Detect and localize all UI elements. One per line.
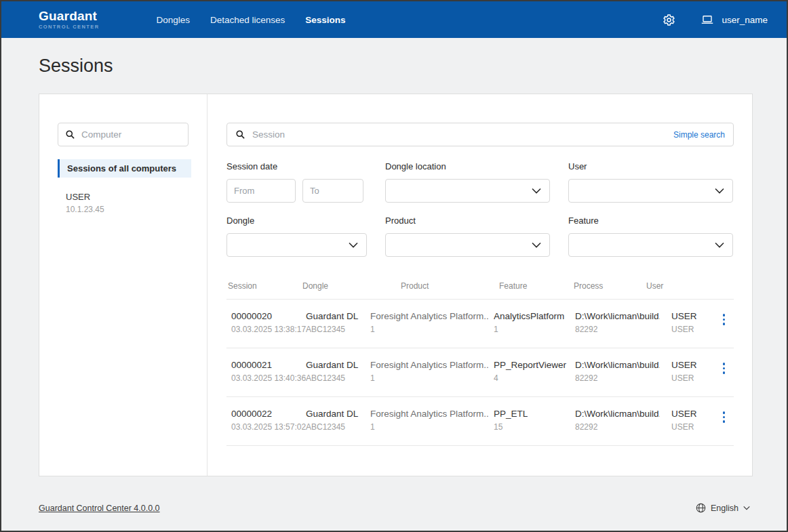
user-name: USER [671,409,714,419]
page-title: Sessions [39,56,787,77]
feature-number: 15 [494,422,571,432]
sidebar-item-computer[interactable]: USER 10.1.23.45 [66,192,207,214]
table-header: Session Dongle Product Feature Process U… [226,274,734,300]
row-menu-button[interactable] [714,311,734,325]
chevron-down-icon [532,188,541,194]
nav-item-detached-licenses[interactable]: Detached licenses [210,15,285,25]
filter-product: Product [385,216,550,257]
language-selector[interactable]: English [696,503,750,513]
language-label: English [711,504,738,513]
dongle-model: Guardant DL [306,360,367,370]
user-name: USER [671,360,714,370]
top-nav: Guardant CONTROL CENTER Dongles Detached… [1,1,787,38]
column-header-dongle: Dongle [302,281,367,291]
version-link[interactable]: Guardant Control Center 4.0.0.0 [39,504,160,513]
session-date: 03.03.2025 13:38:17 [231,325,302,334]
filter-label: User [568,161,733,171]
session-id: 00000022 [231,409,302,419]
sessions-table: Session Dongle Product Feature Process U… [226,274,734,446]
column-header-session: Session [226,281,302,291]
search-icon [65,129,75,140]
product-number: 1 [370,325,490,334]
product-name: Foresight Analytics Platform.. [370,360,490,370]
dongle-location-select[interactable] [385,179,550,203]
user-name-label: user_name [722,15,768,25]
chevron-down-icon [743,506,750,510]
product-number: 1 [370,422,490,432]
process-path: D:\Work\licman\build... [575,311,660,321]
nav-item-sessions[interactable]: Sessions [305,15,345,25]
session-id: 00000020 [231,311,302,321]
session-search-box[interactable]: Simple search [226,123,734,146]
computers-sidebar: Sessions of all computers USER 10.1.23.4… [39,94,208,476]
row-menu-button[interactable] [714,409,734,423]
computer-ip: 10.1.23.45 [66,205,207,214]
filter-label: Feature [568,216,733,226]
process-path: D:\Work\licman\build... [575,409,660,419]
brand-title: Guardant [39,9,99,22]
table-row: 0000002203.03.2025 13:57:02 Guardant DLA… [226,397,734,446]
filter-dongle: Dongle [226,216,367,257]
laptop-icon [701,15,713,24]
computer-name: USER [66,192,207,202]
filter-label: Dongle [226,216,367,226]
process-id: 82292 [575,422,660,432]
feature-name: PP_ETL [494,409,571,419]
feature-number: 1 [494,325,571,334]
gear-icon [663,14,675,26]
chevron-down-icon [349,242,358,248]
simple-search-link[interactable]: Simple search [673,130,725,140]
column-header-feature: Feature [490,281,571,291]
chevron-down-icon [715,188,724,194]
column-header-user: User [646,281,714,291]
brand-subtitle: CONTROL CENTER [39,24,99,30]
globe-icon [696,503,706,513]
process-id: 82292 [575,325,660,334]
computer-search-input[interactable] [81,129,181,140]
column-header-product: Product [367,281,490,291]
nav-item-dongles[interactable]: Dongles [156,15,190,25]
date-from-input[interactable] [226,179,296,203]
computer-search-box[interactable] [58,123,189,146]
feature-number: 4 [494,373,571,383]
chevron-down-icon [532,242,541,248]
session-date: 03.03.2025 13:40:36 [231,373,302,383]
brand-logo[interactable]: Guardant CONTROL CENTER [39,9,99,30]
date-to-input[interactable] [302,179,363,203]
table-row: 0000002003.03.2025 13:38:17 Guardant DLA… [226,300,734,348]
product-name: Foresight Analytics Platform.. [370,311,490,321]
session-search-input[interactable] [252,129,673,140]
table-row: 0000002103.03.2025 13:40:36 Guardant DLA… [226,348,734,397]
dongle-select[interactable] [226,233,367,257]
settings-button[interactable] [663,14,675,26]
footer: Guardant Control Center 4.0.0.0 English [39,503,750,513]
product-select[interactable] [385,233,550,257]
feature-name: PP_ReportViewer [494,360,571,370]
dongle-id: ABC12345 [306,373,367,383]
sidebar-item-all-computers[interactable]: Sessions of all computers [58,159,191,178]
nav-right: user_name [663,14,768,26]
user-sub: USER [671,373,714,383]
user-menu[interactable]: user_name [701,15,768,25]
sessions-main: Simple search Session date Dongle locati… [208,94,752,476]
user-select[interactable] [568,179,733,203]
filter-session-date: Session date [226,161,367,203]
product-number: 1 [370,373,490,383]
user-sub: USER [671,422,714,432]
process-path: D:\Work\licman\build... [575,360,660,370]
filter-user: User [568,161,733,203]
app-window: Guardant CONTROL CENTER Dongles Detached… [0,0,788,532]
filter-label: Product [385,216,550,226]
chevron-down-icon [715,242,724,248]
session-date: 03.03.2025 13:57:02 [231,422,302,432]
filter-dongle-location: Dongle location [385,161,550,203]
dongle-model: Guardant DL [306,311,367,321]
process-id: 82292 [575,373,660,383]
filter-label: Session date [226,161,367,171]
dongle-id: ABC12345 [306,325,367,334]
row-menu-button[interactable] [714,360,734,374]
filter-feature: Feature [568,216,733,257]
feature-select[interactable] [568,233,733,257]
user-name: USER [671,311,714,321]
product-name: Foresight Analytics Platform.. [370,409,490,419]
